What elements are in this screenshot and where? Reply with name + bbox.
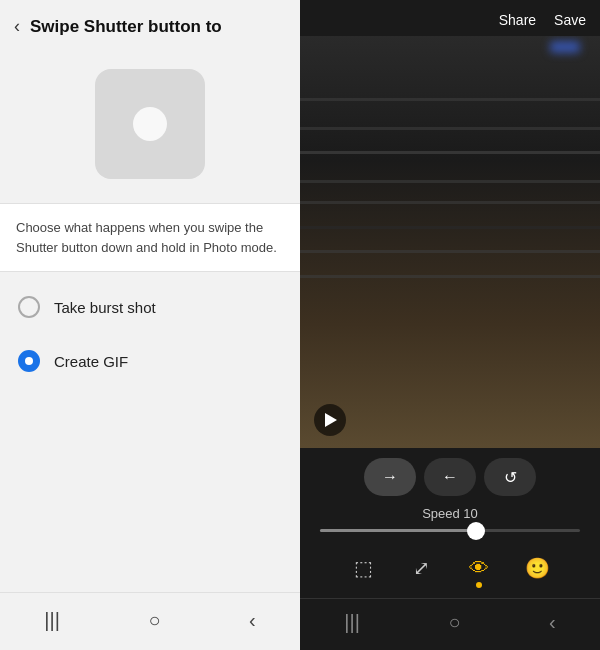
radio-gif-inner — [25, 357, 33, 365]
loop-icon: ↺ — [504, 468, 517, 487]
shutter-circle-inner — [133, 107, 167, 141]
right-header: Share Save — [300, 0, 600, 36]
forward-icon: → — [382, 468, 398, 486]
left-panel: ‹ Swipe Shutter button to Choose what ha… — [0, 0, 300, 650]
radio-gif[interactable] — [18, 350, 40, 372]
bottom-tools: ⬚ ⤢ 👁 🙂 — [300, 544, 600, 594]
video-area — [300, 36, 600, 448]
shutter-icon — [95, 69, 205, 179]
video-lines — [300, 36, 600, 448]
direction-buttons: → ← ↺ — [300, 458, 600, 496]
option-burst[interactable]: Take burst shot — [0, 280, 300, 334]
right-nav-bar: ||| ○ ‹ — [300, 598, 600, 650]
left-nav-home-icon[interactable]: ○ — [148, 609, 160, 632]
description-box: Choose what happens when you swipe the S… — [0, 203, 300, 272]
eye-icon: 👁 — [469, 557, 489, 580]
emoji-tool-button[interactable]: 🙂 — [519, 550, 555, 586]
back-button[interactable]: ‹ — [14, 16, 20, 37]
play-icon — [325, 413, 337, 427]
left-title: Swipe Shutter button to — [30, 17, 222, 37]
speed-slider-container — [300, 529, 600, 532]
left-nav-menu-icon[interactable]: ||| — [44, 609, 60, 632]
backward-button[interactable]: ← — [424, 458, 476, 496]
right-nav-menu-icon[interactable]: ||| — [344, 611, 360, 634]
speed-label: Speed 10 — [300, 506, 600, 521]
right-panel: Share Save → ← — [300, 0, 600, 650]
left-header: ‹ Swipe Shutter button to — [0, 0, 300, 49]
left-nav-bar: ||| ○ ‹ — [0, 592, 300, 650]
left-nav-back-icon[interactable]: ‹ — [249, 609, 256, 632]
right-nav-home-icon[interactable]: ○ — [448, 611, 460, 634]
shutter-preview — [0, 49, 300, 203]
option-gif-label: Create GIF — [54, 353, 128, 370]
option-gif[interactable]: Create GIF — [0, 334, 300, 388]
forward-button[interactable]: → — [364, 458, 416, 496]
option-burst-label: Take burst shot — [54, 299, 156, 316]
speed-slider-track[interactable] — [320, 529, 580, 532]
share-button[interactable]: Share — [499, 12, 536, 28]
backward-icon: ← — [442, 468, 458, 486]
description-text: Choose what happens when you swipe the S… — [16, 218, 284, 257]
right-nav-back-icon[interactable]: ‹ — [549, 611, 556, 634]
save-button[interactable]: Save — [554, 12, 586, 28]
options-list: Take burst shot Create GIF — [0, 272, 300, 396]
video-background — [300, 36, 600, 448]
controls-area: → ← ↺ Speed 10 ⬚ ⤢ 👁 — [300, 448, 600, 598]
loop-button[interactable]: ↺ — [484, 458, 536, 496]
speed-slider-thumb[interactable] — [467, 522, 485, 540]
eye-tool-button[interactable]: 👁 — [461, 550, 497, 586]
emoji-icon: 🙂 — [525, 556, 550, 580]
adjust-tool-button[interactable]: ⤢ — [403, 550, 439, 586]
speed-slider-fill — [320, 529, 476, 532]
crop-tool-button[interactable]: ⬚ — [345, 550, 381, 586]
radio-burst[interactable] — [18, 296, 40, 318]
play-button[interactable] — [314, 404, 346, 436]
adjust-icon: ⤢ — [413, 556, 430, 580]
crop-icon: ⬚ — [354, 556, 373, 580]
